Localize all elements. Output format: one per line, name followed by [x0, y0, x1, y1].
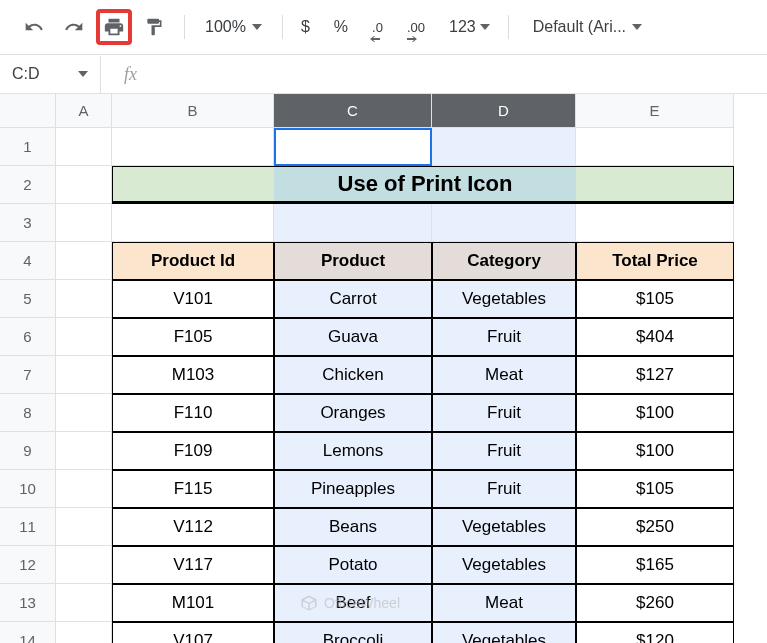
column-header[interactable]: C: [274, 94, 432, 128]
table-cell[interactable]: $100: [576, 432, 734, 470]
cell[interactable]: [56, 508, 112, 546]
table-cell[interactable]: Beans: [274, 508, 432, 546]
row-header[interactable]: 13: [0, 584, 56, 622]
cell[interactable]: [576, 166, 734, 204]
cell[interactable]: [56, 546, 112, 584]
more-formats-button[interactable]: 123: [443, 14, 496, 40]
print-button[interactable]: [96, 9, 132, 45]
row-header[interactable]: 2: [0, 166, 56, 204]
row-header[interactable]: 11: [0, 508, 56, 546]
redo-button[interactable]: [56, 9, 92, 45]
table-cell[interactable]: $250: [576, 508, 734, 546]
row-header[interactable]: 4: [0, 242, 56, 280]
cell[interactable]: [112, 166, 274, 204]
row-header[interactable]: 7: [0, 356, 56, 394]
cell[interactable]: [56, 166, 112, 204]
decrease-decimal-button[interactable]: .0: [366, 14, 389, 40]
table-cell[interactable]: Vegetables: [432, 622, 576, 643]
table-cell[interactable]: Vegetables: [432, 546, 576, 584]
formula-input[interactable]: [160, 55, 767, 93]
cell[interactable]: [576, 128, 734, 166]
cell[interactable]: [56, 584, 112, 622]
table-cell[interactable]: V117: [112, 546, 274, 584]
cell[interactable]: [576, 204, 734, 242]
cell[interactable]: [274, 204, 432, 242]
table-cell[interactable]: Carrot: [274, 280, 432, 318]
row-header[interactable]: 10: [0, 470, 56, 508]
table-cell[interactable]: Vegetables: [432, 508, 576, 546]
currency-button[interactable]: $: [295, 14, 316, 40]
cell[interactable]: [56, 622, 112, 643]
cell[interactable]: [56, 470, 112, 508]
table-header[interactable]: Category: [432, 242, 576, 280]
undo-button[interactable]: [16, 9, 52, 45]
table-cell[interactable]: Fruit: [432, 470, 576, 508]
table-cell[interactable]: $404: [576, 318, 734, 356]
table-cell[interactable]: Potato: [274, 546, 432, 584]
cell[interactable]: [432, 204, 576, 242]
table-cell[interactable]: Vegetables: [432, 280, 576, 318]
percent-button[interactable]: %: [328, 14, 354, 40]
table-cell[interactable]: F115: [112, 470, 274, 508]
table-cell[interactable]: $105: [576, 470, 734, 508]
table-cell[interactable]: Fruit: [432, 432, 576, 470]
table-cell[interactable]: $260: [576, 584, 734, 622]
table-header[interactable]: Product Id: [112, 242, 274, 280]
row-header[interactable]: 8: [0, 394, 56, 432]
table-header[interactable]: Total Price: [576, 242, 734, 280]
table-cell[interactable]: $100: [576, 394, 734, 432]
table-cell[interactable]: $165: [576, 546, 734, 584]
table-cell[interactable]: F110: [112, 394, 274, 432]
cell[interactable]: [112, 128, 274, 166]
table-cell[interactable]: Guava: [274, 318, 432, 356]
row-header[interactable]: 9: [0, 432, 56, 470]
cells-area[interactable]: Use of Print Icon Product Id Product Cat…: [56, 128, 767, 643]
row-header[interactable]: 12: [0, 546, 56, 584]
table-cell[interactable]: M101: [112, 584, 274, 622]
cell[interactable]: [56, 128, 112, 166]
title-cell[interactable]: Use of Print Icon: [274, 166, 576, 204]
cell[interactable]: [56, 394, 112, 432]
column-header[interactable]: B: [112, 94, 274, 128]
table-cell[interactable]: Lemons: [274, 432, 432, 470]
column-header[interactable]: A: [56, 94, 112, 128]
table-cell[interactable]: V107: [112, 622, 274, 643]
table-cell[interactable]: F105: [112, 318, 274, 356]
increase-decimal-button[interactable]: .00: [401, 14, 431, 40]
cell-active[interactable]: [274, 128, 432, 166]
column-header[interactable]: D: [432, 94, 576, 128]
cell[interactable]: [56, 356, 112, 394]
table-cell[interactable]: Pineapples: [274, 470, 432, 508]
column-header[interactable]: E: [576, 94, 734, 128]
row-header[interactable]: 5: [0, 280, 56, 318]
row-header[interactable]: 14: [0, 622, 56, 643]
table-cell[interactable]: Broccoli: [274, 622, 432, 643]
paint-format-button[interactable]: [136, 9, 172, 45]
table-cell[interactable]: Meat: [432, 584, 576, 622]
row-header[interactable]: 3: [0, 204, 56, 242]
table-cell[interactable]: V112: [112, 508, 274, 546]
table-cell[interactable]: Fruit: [432, 394, 576, 432]
font-dropdown[interactable]: Default (Ari...: [521, 18, 654, 36]
select-all-corner[interactable]: [0, 94, 56, 128]
table-cell[interactable]: Fruit: [432, 318, 576, 356]
name-box[interactable]: C:D: [0, 65, 100, 83]
table-header[interactable]: Product: [274, 242, 432, 280]
cell[interactable]: [56, 204, 112, 242]
cell[interactable]: [56, 432, 112, 470]
table-cell[interactable]: Chicken: [274, 356, 432, 394]
table-cell[interactable]: M103: [112, 356, 274, 394]
cell[interactable]: [56, 280, 112, 318]
row-header[interactable]: 1: [0, 128, 56, 166]
table-cell[interactable]: $120: [576, 622, 734, 643]
table-cell[interactable]: $127: [576, 356, 734, 394]
row-header[interactable]: 6: [0, 318, 56, 356]
table-cell[interactable]: F109: [112, 432, 274, 470]
table-cell[interactable]: $105: [576, 280, 734, 318]
zoom-dropdown[interactable]: 100%: [197, 18, 270, 36]
cell[interactable]: [56, 318, 112, 356]
table-cell[interactable]: Oranges: [274, 394, 432, 432]
cell[interactable]: [432, 128, 576, 166]
cell[interactable]: [56, 242, 112, 280]
cell[interactable]: [112, 204, 274, 242]
